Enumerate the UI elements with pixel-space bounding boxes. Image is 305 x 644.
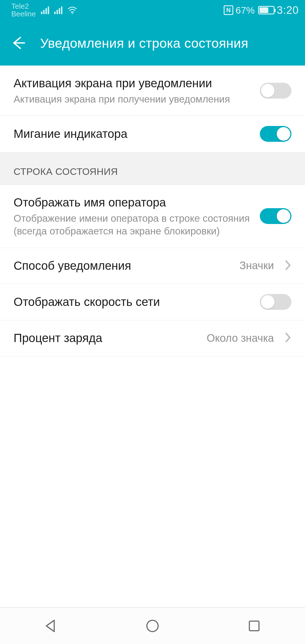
nav-recent-button[interactable] [229, 613, 280, 639]
clock: 3:20 [277, 4, 299, 16]
svg-point-1 [147, 620, 158, 632]
row-value: Около значка [207, 332, 274, 344]
page-title: Уведомления и строка состояния [40, 35, 248, 51]
chevron-right-icon [284, 260, 291, 272]
wifi-icon [67, 6, 77, 14]
row-value: Значки [239, 260, 274, 272]
section-label: СТРОКА СОСТОЯНИЯ [14, 166, 118, 177]
nfc-icon: N [224, 5, 233, 15]
signal-cluster [41, 6, 77, 14]
nav-back-button[interactable] [25, 613, 76, 639]
nav-home-button[interactable] [127, 613, 178, 639]
row-title: Мигание индикатора [14, 126, 253, 142]
toggle-network-speed[interactable] [260, 294, 291, 310]
row-battery-percent[interactable]: Процент заряда Около значка [0, 320, 305, 356]
toggle-blink[interactable] [260, 126, 291, 142]
row-title: Способ уведомления [14, 258, 233, 274]
row-subtitle: Активация экрана при получении уведомлен… [14, 93, 253, 106]
status-bar: Tele2 Beeline N 67% 3:20 [0, 0, 305, 20]
row-show-network-speed[interactable]: Отображать скорость сети [0, 284, 305, 320]
row-title: Отображать скорость сети [14, 294, 253, 310]
row-screen-on-notification[interactable]: Активация экрана при уведомлении Активац… [0, 66, 305, 116]
row-subtitle: Отображение имени оператора в строке сос… [14, 212, 253, 238]
battery-icon [258, 6, 274, 14]
svg-point-0 [72, 13, 73, 14]
cell-signal-1-icon [41, 6, 49, 14]
carrier-1: Tele2 [11, 3, 36, 10]
row-title: Активация экрана при уведомлении [14, 76, 253, 91]
system-nav-bar [0, 607, 305, 644]
row-title: Процент заряда [14, 330, 200, 346]
cell-signal-2-icon [54, 6, 62, 14]
row-notification-method[interactable]: Способ уведомления Значки [0, 248, 305, 284]
row-show-carrier-name[interactable]: Отображать имя оператора Отображение име… [0, 185, 305, 248]
carrier-2: Beeline [11, 10, 36, 18]
toggle-screen-on[interactable] [260, 83, 291, 99]
row-title: Отображать имя оператора [14, 195, 253, 210]
app-bar: Уведомления и строка состояния [0, 20, 305, 66]
row-indicator-blink[interactable]: Мигание индикатора [0, 116, 305, 152]
settings-list: Активация экрана при уведомлении Активац… [0, 66, 305, 607]
toggle-carrier-name[interactable] [260, 208, 291, 224]
battery-percent: 67% [236, 5, 255, 16]
carrier-names: Tele2 Beeline [11, 3, 36, 18]
svg-rect-2 [249, 621, 259, 631]
chevron-right-icon [284, 332, 291, 344]
section-header-status-bar: СТРОКА СОСТОЯНИЯ [0, 152, 305, 185]
back-button[interactable] [8, 33, 29, 53]
